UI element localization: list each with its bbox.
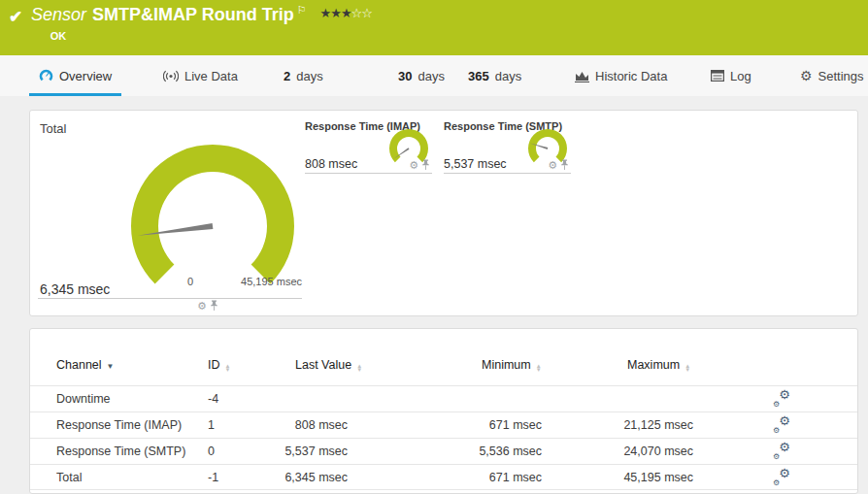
column-header-last-value[interactable]: Last Value▲▼ [295,358,362,372]
channel-minimum: 5,536 msec [431,439,542,464]
channel-name: Response Time (IMAP) [56,412,202,438]
tab-365-days-number: 365 [468,69,489,83]
sorted-desc-icon: ▼ [107,362,115,371]
tab-historic-data-label: Historic Data [595,69,667,83]
overview-gauges-panel: Total 0 45,195 msec 6,345 msec ⚙ Respons… [29,110,858,316]
channel-name: Total [56,465,202,490]
imap-gauge-tile: Response Time (IMAP) 808 msec ⚙ [305,120,432,174]
channel-last-value: 5,537 msec [237,439,348,464]
gauge-icon [39,69,53,83]
tab-live-data[interactable]: Live Data [163,55,238,96]
status-badge: OK [43,30,74,42]
total-gauge-max-label: 45,195 msec [185,276,302,287]
tab-log-label: Log [730,69,751,83]
total-gauge-tile: Total 0 45,195 msec 6,345 msec ⚙ [30,111,331,317]
channels-table-panel: Channel▼ ID▲▼ Last Value▲▼ Minimum▲▼ Max… [29,328,858,494]
channel-name: Response Time (SMTP) [56,439,202,464]
flag-icon[interactable]: ⚐ [297,4,307,16]
imap-tile-actions: ⚙ [409,159,430,171]
table-row-downtime: Downtime -4 ⚙⚙ [30,385,857,412]
sensor-kind-label: Sensor [31,5,86,24]
priority-stars[interactable]: ★★★☆☆ [320,6,372,20]
total-gauge-value: 6,345 msec [40,281,110,297]
pin-icon[interactable] [560,159,569,171]
channel-minimum: 671 msec [431,465,542,490]
channel-last-value: 6,345 msec [237,465,348,490]
column-header-maximum[interactable]: Maximum▲▼ [627,358,690,372]
tab-log[interactable]: Log [711,55,751,96]
channel-last-value: 808 msec [237,412,348,438]
total-tile-divider [38,298,302,299]
channel-maximum: 45,195 msec [583,465,693,490]
sort-icon: ▲▼ [225,364,231,372]
tab-30-days-number: 30 [398,69,412,83]
total-gauge [125,139,300,313]
channel-maximum: 21,125 msec [583,412,693,438]
tab-live-data-label: Live Data [184,69,238,83]
gears-icon: ⚙⚙ [773,443,790,460]
live-broadcast-icon [163,70,179,82]
channel-id: -4 [208,386,266,412]
sensor-header: ✔ SensorSMTP&IMAP Round Trip⚐★★★☆☆ OK [0,0,868,55]
area-chart-icon [575,70,589,82]
channel-settings-button[interactable]: ⚙⚙ [773,386,794,412]
settings-gear-icon: ⚙ [800,69,813,82]
tab-settings[interactable]: ⚙ Settings [800,55,864,96]
tab-30-days-label: days [417,69,444,83]
column-header-minimum[interactable]: Minimum▲▼ [482,358,542,372]
tab-overview-label: Overview [59,69,112,83]
table-row-total: Total -1 6,345 msec 671 msec 45,195 msec… [30,464,857,490]
channel-name: Downtime [56,386,202,412]
gears-icon: ⚙⚙ [773,469,790,486]
smtp-gauge-tile: Response Time (SMTP) 5,537 msec ⚙ [444,120,571,174]
channel-settings-button[interactable]: ⚙⚙ [773,412,794,438]
pin-icon[interactable] [210,300,218,312]
channel-gear-icon[interactable]: ⚙ [548,160,557,171]
tab-2-days-label: days [296,69,322,83]
column-header-id[interactable]: ID▲▼ [208,358,230,372]
column-header-channel[interactable]: Channel▼ [56,358,115,372]
smtp-tile-actions: ⚙ [548,159,569,171]
channel-gear-icon[interactable]: ⚙ [197,301,207,312]
table-row-smtp: Response Time (SMTP) 0 5,537 msec 5,536 … [30,438,857,464]
tab-settings-label: Settings [818,69,864,83]
sort-icon: ▲▼ [684,364,690,372]
gears-icon: ⚙⚙ [773,416,790,434]
tab-365-days-label: days [495,69,521,83]
tab-30-days[interactable]: 30 days [398,55,445,96]
prtg-sensor-page: ✔ SensorSMTP&IMAP Round Trip⚐★★★☆☆ OK Ov… [0,0,868,494]
stars-empty: ☆☆ [351,6,372,20]
imap-gauge-value: 808 msec [305,157,357,171]
pin-icon[interactable] [421,159,430,171]
stars-filled: ★★★ [320,6,351,20]
channel-settings-button[interactable]: ⚙⚙ [773,465,794,490]
channel-minimum: 671 msec [431,412,542,438]
tab-bar: Overview Live Data 2 days 30 days 365 da… [0,55,868,96]
table-header-row: Channel▼ ID▲▼ Last Value▲▼ Minimum▲▼ Max… [30,329,857,385]
smtp-gauge-value: 5,537 msec [444,157,507,171]
channel-maximum: 24,070 msec [583,439,693,464]
status-ok-check-icon: ✔ [9,7,22,27]
tab-2-days[interactable]: 2 days [284,55,323,96]
sort-icon: ▲▼ [356,364,362,372]
tab-2-days-number: 2 [284,69,290,83]
tab-overview[interactable]: Overview [39,55,112,96]
table-row-imap: Response Time (IMAP) 1 808 msec 671 msec… [30,412,857,438]
total-gauge-title: Total [40,121,66,136]
tab-historic-data[interactable]: Historic Data [575,55,667,96]
page-title: SMTP&IMAP Round Trip [92,5,294,24]
sensor-title-line: SensorSMTP&IMAP Round Trip⚐★★★☆☆ [31,5,372,25]
log-list-icon [711,70,724,82]
tab-365-days[interactable]: 365 days [468,55,521,96]
total-tile-actions: ⚙ [197,300,218,312]
sort-icon: ▲▼ [536,364,542,372]
channel-settings-button[interactable]: ⚙⚙ [773,439,794,464]
gears-icon: ⚙⚙ [773,390,790,408]
channel-gear-icon[interactable]: ⚙ [409,160,418,171]
